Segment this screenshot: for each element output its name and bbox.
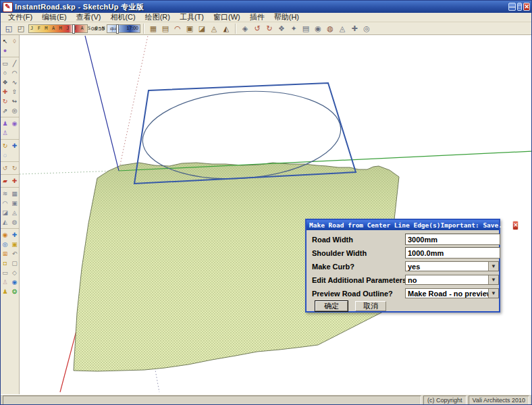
previous-view-tool[interactable]: ↺: [1, 164, 9, 173]
eraser-tool[interactable]: ◊: [10, 37, 19, 46]
edit-params-label: Edit Additional Parameters?: [312, 276, 411, 284]
sandbox-from-contours-icon[interactable]: ▦: [148, 23, 159, 34]
rotate-tool[interactable]: ↻: [1, 97, 9, 106]
road-smooth-icon[interactable]: ◉: [313, 23, 324, 34]
road-redo-icon[interactable]: ↻: [264, 23, 275, 34]
walk-view-tool[interactable]: ♙: [1, 278, 9, 287]
road-save-icon[interactable]: ▤: [300, 23, 312, 34]
smoove-icon[interactable]: ◠: [172, 23, 184, 34]
road-undo-icon[interactable]: ↺: [252, 23, 263, 34]
orbit-tool[interactable]: ↻: [1, 142, 9, 151]
road-preview-icon[interactable]: ◎: [361, 23, 373, 34]
road-terrain-icon[interactable]: ◬: [337, 23, 348, 34]
shadow-toggle-icon[interactable]: ◰: [16, 23, 27, 34]
pan-view-tool[interactable]: ✚: [10, 231, 19, 240]
stamp-icon[interactable]: ▣: [184, 23, 196, 34]
preferences-tool[interactable]: ❂: [10, 288, 19, 296]
move-tool[interactable]: ✚: [1, 88, 9, 97]
restore-button[interactable]: □: [517, 3, 522, 11]
sandbox-from-scratch-icon[interactable]: ▤: [160, 23, 171, 34]
time-slider-thumb[interactable]: [116, 24, 119, 34]
dialog-title-bar[interactable]: Make Road from Center Line Edge(s) Impor…: [307, 220, 499, 230]
flip-edge-icon[interactable]: ◭: [221, 23, 232, 34]
push-pull-tool[interactable]: ⇧: [10, 88, 19, 97]
iso-view-tool[interactable]: ◇: [10, 269, 19, 277]
rectangle-tool[interactable]: ▭: [1, 59, 9, 68]
position-view-tool[interactable]: ♟: [1, 288, 9, 296]
cancel-button[interactable]: 取消: [355, 301, 386, 311]
add-detail-icon[interactable]: ◬: [209, 23, 220, 34]
smoove-outline-tool[interactable]: ◠: [1, 199, 9, 208]
drape-outline-tool[interactable]: ◪: [1, 209, 9, 217]
minimize-button[interactable]: —: [508, 3, 516, 11]
circle-tool[interactable]: ○: [1, 69, 9, 78]
tool-group-3: ↻✚◌: [1, 141, 19, 162]
zoom-extents-tool[interactable]: ⊞: [1, 250, 9, 259]
ok-button[interactable]: 确定: [315, 301, 348, 311]
drape-icon[interactable]: ◪: [196, 23, 208, 34]
date-slider-thumb[interactable]: [72, 24, 75, 34]
menu-item-5[interactable]: 工具(T): [175, 12, 209, 22]
zoom-window-tool[interactable]: ▣: [10, 240, 19, 249]
blue-axis: [85, 36, 119, 171]
soften-edges-tool[interactable]: ◍: [10, 218, 19, 227]
position-camera-tool[interactable]: ♟: [1, 119, 9, 128]
shadow-date-slider[interactable]: J F M A M J J A S O N D: [28, 24, 88, 33]
chevron-down-icon[interactable]: ▼: [488, 275, 498, 284]
menu-item-4[interactable]: 绘图(R): [140, 12, 175, 22]
look-view-tool[interactable]: ◉: [10, 278, 19, 287]
previous-camera-tool[interactable]: ↶: [10, 250, 19, 259]
freehand-tool[interactable]: ∿: [10, 78, 19, 87]
chevron-down-icon[interactable]: ▼: [488, 262, 498, 271]
scratch-outline-tool[interactable]: ▦: [10, 190, 19, 198]
menu-item-6[interactable]: 窗口(W): [209, 12, 245, 22]
menu-item-8[interactable]: 帮助(H): [269, 12, 304, 22]
zoom-tool[interactable]: ◌: [1, 151, 9, 160]
stamp-outline-tool[interactable]: ▣: [10, 199, 19, 208]
road-texture-icon[interactable]: ◍: [325, 23, 336, 34]
section-plane-tool[interactable]: ▰: [1, 177, 9, 186]
shoulder-width-input[interactable]: [405, 247, 500, 259]
pan-tool[interactable]: ✚: [10, 142, 19, 151]
offset-tool[interactable]: ◎: [10, 107, 19, 115]
polygon-tool[interactable]: ❖: [1, 78, 9, 87]
menu-item-3[interactable]: 相机(C): [105, 12, 140, 22]
menu-item-7[interactable]: 插件: [245, 12, 269, 22]
add-detail-outline-tool[interactable]: ◬: [10, 209, 19, 217]
title-bar[interactable]: ✎ InstantRoad.skp - SketchUp 专业版 —□✕: [1, 1, 531, 13]
flip-edge-outline-tool[interactable]: ◭: [1, 218, 9, 227]
model-viewport[interactable]: [20, 35, 532, 394]
menu-item-0[interactable]: 文件(F): [3, 12, 37, 22]
chevron-down-icon[interactable]: ▼: [488, 289, 498, 298]
road-island-icon[interactable]: ✦: [288, 23, 300, 34]
paint-bucket-tool[interactable]: ●: [1, 47, 9, 55]
top-view-tool[interactable]: ▢: [10, 259, 19, 268]
road-from-centerline-icon[interactable]: ◈: [240, 23, 251, 34]
select-tool[interactable]: ↖: [1, 37, 9, 46]
scale-tool[interactable]: ⇗: [1, 107, 9, 115]
shadow-time-slider[interactable]: 中午 17:00: [107, 24, 140, 33]
edit-params-select[interactable]: no ▼: [405, 275, 499, 285]
look-around-tool[interactable]: ◉: [10, 119, 19, 128]
next-view-tool[interactable]: ↻: [10, 164, 19, 173]
contours-outline-tool[interactable]: ≋: [1, 190, 9, 198]
shadow-settings-icon[interactable]: ◱: [3, 23, 15, 34]
road-center-icon[interactable]: ✚: [349, 23, 361, 34]
preview-outline-select[interactable]: Make Road - no preview ▼: [405, 288, 499, 298]
axes-tool[interactable]: ✚: [10, 177, 19, 186]
road-width-input[interactable]: [405, 234, 500, 245]
zoom-view-tool[interactable]: ◎: [1, 240, 9, 249]
arc-tool[interactable]: ◠: [10, 69, 19, 78]
line-tool[interactable]: ╱: [10, 59, 19, 68]
make-curb-select[interactable]: yes ▼: [405, 261, 499, 271]
road-from-outline-icon[interactable]: ❖: [276, 23, 288, 34]
camera-tool[interactable]: ◘: [1, 259, 9, 268]
walk-tool[interactable]: ♙: [1, 129, 9, 138]
menu-item-2[interactable]: 查看(V): [72, 12, 106, 22]
menu-item-1[interactable]: 编辑(E): [37, 12, 72, 22]
follow-me-tool[interactable]: ↬: [10, 97, 19, 106]
front-view-tool[interactable]: ▭: [1, 269, 9, 277]
dialog-close-button[interactable]: ✕: [512, 221, 518, 230]
close-button[interactable]: ✕: [523, 3, 530, 11]
orbit-view-tool[interactable]: ◉: [1, 231, 9, 240]
